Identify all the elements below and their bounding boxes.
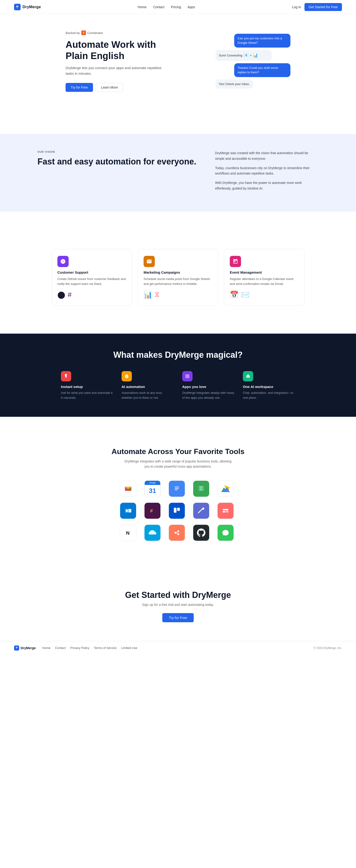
footer-logo-icon bbox=[14, 645, 19, 651]
usecase-desc-1: Schedule social media posts from Google … bbox=[143, 277, 213, 286]
gcal-logo-icon: 📅 bbox=[230, 290, 238, 299]
footer: DryMerge Home Contact Privacy Policy Ter… bbox=[0, 641, 356, 655]
get-started-button[interactable]: Get Started for Free bbox=[304, 3, 342, 11]
integration-gsheets bbox=[193, 480, 209, 497]
nav-contact[interactable]: Contact bbox=[153, 5, 164, 9]
footer-link-terms[interactable]: Terms of Service bbox=[94, 646, 117, 650]
magic-item-0: Instant setup Ask for what you want and … bbox=[61, 371, 113, 400]
logo-icon bbox=[14, 4, 21, 10]
login-button[interactable]: Log In bbox=[292, 5, 301, 9]
usecases-grid: Customer Support Create GitHub issues fr… bbox=[52, 249, 304, 306]
github-logo-icon: ⬤ bbox=[57, 290, 65, 299]
svg-rect-19 bbox=[174, 508, 176, 513]
learn-more-button[interactable]: Learn More bbox=[96, 83, 123, 92]
gmail-icon: 📧 bbox=[244, 52, 249, 59]
magic-item-desc-2: DryMerge integrates deeply with many of … bbox=[182, 391, 234, 400]
footer-link-contact[interactable]: Contact bbox=[55, 646, 66, 650]
vision-para-2: Today, countless businesses rely on DryM… bbox=[215, 165, 319, 177]
integrations-subtitle: DryMerge integrates with a wide range of… bbox=[122, 459, 234, 469]
magic-item-2: Apps you love DryMerge integrates deeply… bbox=[182, 371, 234, 400]
svg-point-22 bbox=[202, 507, 204, 509]
magic-section: What makes DryMerge magical? Instant set… bbox=[0, 334, 356, 417]
vision-right: DryMerge was created with the vision tha… bbox=[215, 150, 319, 195]
svg-rect-23 bbox=[221, 506, 230, 515]
svg-rect-24 bbox=[223, 509, 228, 510]
magic-item-title-2: Apps you love bbox=[182, 385, 234, 389]
chat-bubble-4: Yes! Check your inbox. bbox=[216, 80, 253, 89]
cta-button[interactable]: Try for Free bbox=[162, 613, 194, 622]
hero-left: Backed by Y Combinator Automate Work wit… bbox=[66, 30, 164, 92]
chat-container: Can you put my customers into a Google S… bbox=[216, 34, 290, 89]
magic-icon-3 bbox=[243, 371, 253, 381]
svg-text:N: N bbox=[126, 530, 130, 535]
magic-title: What makes DryMerge magical? bbox=[61, 350, 295, 360]
integrations-grid: Google 31 # bbox=[14, 480, 342, 541]
integration-gcal: Google 31 bbox=[144, 480, 161, 497]
nav-logo[interactable]: DryMerge bbox=[14, 4, 41, 10]
gmail-logo-icon: ✉️ bbox=[241, 290, 250, 299]
cta-section: Get Started with DryMerge Sign up for a … bbox=[0, 571, 356, 641]
usecase-title-2: Event Management bbox=[230, 270, 299, 274]
integration-slack: # bbox=[144, 502, 161, 519]
try-free-button[interactable]: Try for Free bbox=[66, 83, 93, 92]
vision-left: OUR VISION Fast and easy automation for … bbox=[37, 150, 196, 166]
svg-rect-10 bbox=[201, 486, 201, 491]
integration-gmail bbox=[120, 480, 136, 497]
vision-section: OUR VISION Fast and easy automation for … bbox=[0, 134, 356, 212]
sheets-icon: 📊 bbox=[253, 52, 258, 59]
integration-airtable bbox=[217, 502, 234, 519]
logo-text: DryMerge bbox=[23, 5, 41, 9]
svg-text:#: # bbox=[150, 508, 153, 513]
footer-link-home[interactable]: Home bbox=[42, 646, 51, 650]
app-icons: 📧 + 📊 bbox=[244, 52, 258, 59]
svg-rect-30 bbox=[173, 529, 181, 537]
usecase-title-1: Marketing Campaigns bbox=[143, 270, 213, 274]
svg-point-33 bbox=[174, 532, 176, 534]
chat-bubble-2: Sure! Connecting 📧 + 📊 bbox=[216, 50, 272, 61]
footer-link-limited[interactable]: Limited Use bbox=[121, 646, 137, 650]
hero-badge: Backed by Y Combinator bbox=[66, 30, 164, 35]
usecase-card-1: Marketing Campaigns Schedule social medi… bbox=[138, 249, 218, 306]
cta-subtitle: Sign up for a free trial and start autom… bbox=[14, 603, 342, 607]
svg-point-32 bbox=[177, 533, 179, 535]
usecase-icon-1 bbox=[143, 256, 155, 267]
svg-rect-26 bbox=[226, 511, 229, 513]
usecase-card-2: Event Management Register attendees to a… bbox=[224, 249, 304, 306]
svg-rect-4 bbox=[175, 489, 178, 490]
svg-rect-20 bbox=[177, 508, 180, 511]
footer-logo: DryMerge bbox=[14, 645, 36, 651]
usecase-card-0: Customer Support Create GitHub issues fr… bbox=[52, 249, 132, 306]
vision-para-1: DryMerge was created with the vision tha… bbox=[215, 150, 319, 162]
airtable-logo-icon: ⧖ bbox=[155, 290, 160, 299]
magic-item-3: One AI workspace Chat, automation, and i… bbox=[243, 371, 295, 400]
chat-bubble-3: Thanks! Could you draft some replies to … bbox=[234, 63, 290, 77]
integration-outlook bbox=[120, 502, 136, 519]
magic-icon-0 bbox=[61, 371, 71, 381]
combinator-text: Combinator bbox=[87, 31, 103, 35]
hero-section: Backed by Y Combinator Automate Work wit… bbox=[0, 14, 356, 111]
nav-links: Home Contact Pricing Apps bbox=[138, 5, 195, 9]
cta-title: Get Started with DryMerge bbox=[14, 590, 342, 600]
hero-buttons: Try for Free Learn More bbox=[66, 83, 164, 92]
integration-hubspot bbox=[169, 525, 185, 541]
integrations-title: Automate Across Your Favorite Tools bbox=[14, 447, 342, 456]
navbar: DryMerge Home Contact Pricing Apps Log I… bbox=[0, 0, 356, 14]
vision-para-3: With DryMerge, you have the power to aut… bbox=[215, 180, 319, 191]
integration-gdocs bbox=[169, 480, 185, 497]
nav-apps[interactable]: Apps bbox=[188, 5, 195, 9]
magic-item-desc-3: Chat, automation, and integration—in one… bbox=[243, 391, 295, 400]
magic-grid: Instant setup Ask for what you want and … bbox=[61, 371, 295, 400]
nav-pricing[interactable]: Pricing bbox=[171, 5, 181, 9]
usecase-desc-0: Create GitHub issues from customer feedb… bbox=[57, 277, 126, 286]
integration-salesforce bbox=[144, 525, 161, 541]
integration-linear bbox=[193, 502, 209, 519]
footer-link-privacy[interactable]: Privacy Policy bbox=[70, 646, 89, 650]
svg-rect-21 bbox=[197, 506, 205, 515]
integration-gdrive bbox=[217, 480, 234, 497]
yc-logo: Y bbox=[81, 30, 86, 35]
chat-bubble-1: Can you put my customers into a Google S… bbox=[234, 34, 290, 48]
svg-rect-15 bbox=[129, 509, 131, 513]
nav-home[interactable]: Home bbox=[138, 5, 147, 9]
nav-actions: Log In Get Started for Free bbox=[292, 3, 342, 11]
magic-item-desc-0: Ask for what you want and automate it in… bbox=[61, 391, 113, 400]
